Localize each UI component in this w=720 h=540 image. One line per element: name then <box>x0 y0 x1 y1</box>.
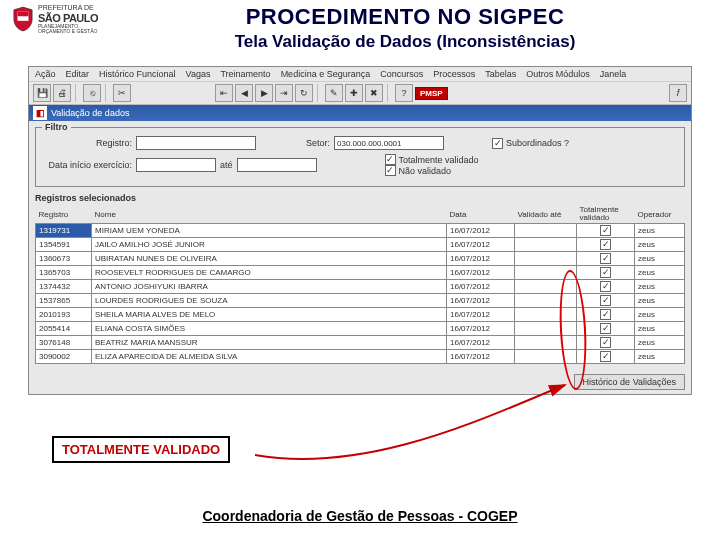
cell-data: 16/07/2012 <box>447 280 515 294</box>
cell-tot: ✓ <box>577 308 635 322</box>
cell-data: 16/07/2012 <box>447 336 515 350</box>
footer-text: Coordenadoria de Gestão de Pessoas - COG… <box>0 508 720 524</box>
exit-icon[interactable]: ⎋ <box>83 84 101 102</box>
naovalid-label: Não validado <box>399 166 452 176</box>
historico-button[interactable]: Histórico de Validações <box>574 374 685 390</box>
table-row[interactable]: 1365703ROOSEVELT RODRIGUES DE CAMARGO16/… <box>36 266 685 280</box>
cell-registro: 1360673 <box>36 252 92 266</box>
table-row[interactable]: 1319731MIRIAM UEM YONEDA16/07/2012✓zeus <box>36 224 685 238</box>
cell-op: zeus <box>635 280 685 294</box>
shield-icon <box>12 6 34 32</box>
cell-data: 16/07/2012 <box>447 252 515 266</box>
table-row[interactable]: 1354591JAILO AMILHO JOSÉ JUNIOR16/07/201… <box>36 238 685 252</box>
naovalid-checkbox[interactable]: ✓ <box>385 165 396 176</box>
cell-nome: ANTONIO JOSHIYUKI IBARRA <box>92 280 447 294</box>
org-logo: PREFEITURA DE SÃO PAULO PLANEJAMENTO, OR… <box>12 4 102 35</box>
cell-registro: 1319731 <box>36 224 92 238</box>
help-icon[interactable]: ? <box>395 84 413 102</box>
cell-data: 16/07/2012 <box>447 266 515 280</box>
menu-item[interactable]: Histórico Funcional <box>99 69 176 79</box>
cell-op: zeus <box>635 350 685 364</box>
table-row[interactable]: 3076148BEATRIZ MARIA MANSSUR16/07/2012✓z… <box>36 336 685 350</box>
data-ini-label: Data início exercício: <box>42 160 132 170</box>
next-icon[interactable]: ▶ <box>255 84 273 102</box>
filtro-panel: Filtro Registro: Setor: 030.000.000.0001… <box>35 127 685 187</box>
function-icon[interactable]: f <box>669 84 687 102</box>
cut-icon[interactable]: ✂ <box>113 84 131 102</box>
totvalid-checkbox[interactable]: ✓ <box>385 154 396 165</box>
registro-label: Registro: <box>42 138 132 148</box>
app-window: Ação Editar Histórico Funcional Vagas Tr… <box>28 66 692 395</box>
cell-data: 16/07/2012 <box>447 238 515 252</box>
menu-item[interactable]: Ação <box>35 69 56 79</box>
col-registro: Registro <box>36 205 92 224</box>
cell-tot: ✓ <box>577 280 635 294</box>
cell-valate <box>515 308 577 322</box>
cell-tot: ✓ <box>577 322 635 336</box>
prev-icon[interactable]: ◀ <box>235 84 253 102</box>
first-icon[interactable]: ⇤ <box>215 84 233 102</box>
menu-item[interactable]: Editar <box>66 69 90 79</box>
ate-label: até <box>220 160 233 170</box>
table-row[interactable]: 2055414ELIANA COSTA SIMÕES16/07/2012✓zeu… <box>36 322 685 336</box>
menu-item[interactable]: Processos <box>433 69 475 79</box>
cell-tot: ✓ <box>577 294 635 308</box>
menu-bar: Ação Editar Histórico Funcional Vagas Tr… <box>29 67 691 82</box>
tool-icon[interactable]: ✚ <box>345 84 363 102</box>
table-row[interactable]: 2010193SHEILA MARIA ALVES DE MELO16/07/2… <box>36 308 685 322</box>
col-nome: Nome <box>92 205 447 224</box>
table-row[interactable]: 1537865LOURDES RODRIGUES DE SOUZA16/07/2… <box>36 294 685 308</box>
subordinados-checkbox[interactable]: ✓ <box>492 138 503 149</box>
cell-op: zeus <box>635 252 685 266</box>
cell-nome: UBIRATAN NUNES DE OLIVEIRA <box>92 252 447 266</box>
cell-registro: 3076148 <box>36 336 92 350</box>
cell-tot: ✓ <box>577 238 635 252</box>
cell-valate <box>515 322 577 336</box>
cell-nome: SHEILA MARIA ALVES DE MELO <box>92 308 447 322</box>
menu-item[interactable]: Janela <box>600 69 627 79</box>
cell-tot: ✓ <box>577 336 635 350</box>
slide-title: PROCEDIMENTO NO SIGPEC <box>102 4 708 30</box>
cell-data: 16/07/2012 <box>447 350 515 364</box>
data-fim-input[interactable] <box>237 158 317 172</box>
menu-item[interactable]: Treinamento <box>220 69 270 79</box>
cell-op: zeus <box>635 336 685 350</box>
menu-item[interactable]: Outros Módulos <box>526 69 590 79</box>
refresh-icon[interactable]: ↻ <box>295 84 313 102</box>
menu-item[interactable]: Tabelas <box>485 69 516 79</box>
slide-subtitle: Tela Validação de Dados (Inconsistências… <box>102 32 708 52</box>
cell-op: zeus <box>635 294 685 308</box>
annotation-arrow <box>250 380 590 480</box>
cell-valate <box>515 266 577 280</box>
window-icon: ◧ <box>33 106 47 120</box>
cell-registro: 1365703 <box>36 266 92 280</box>
menu-item[interactable]: Concursos <box>380 69 423 79</box>
print-icon[interactable]: 🖨 <box>53 84 71 102</box>
cell-data: 16/07/2012 <box>447 294 515 308</box>
tool-icon[interactable]: ✖ <box>365 84 383 102</box>
cell-nome: LOURDES RODRIGUES DE SOUZA <box>92 294 447 308</box>
menu-item[interactable]: Vagas <box>186 69 211 79</box>
col-valate: Validado até <box>515 205 577 224</box>
cell-registro: 1537865 <box>36 294 92 308</box>
cell-tot: ✓ <box>577 224 635 238</box>
menu-item[interactable]: Medicina e Segurança <box>281 69 371 79</box>
table-row[interactable]: 1374432ANTONIO JOSHIYUKI IBARRA16/07/201… <box>36 280 685 294</box>
table-row[interactable]: 3090002ELIZA APARECIDA DE ALMEIDA SILVA1… <box>36 350 685 364</box>
pmsp-badge: PMSP <box>415 87 448 100</box>
last-icon[interactable]: ⇥ <box>275 84 293 102</box>
data-ini-input[interactable] <box>136 158 216 172</box>
registro-input[interactable] <box>136 136 256 150</box>
col-data: Data <box>447 205 515 224</box>
subwindow-title: Validação de dados <box>51 108 129 118</box>
col-op: Operador <box>635 205 685 224</box>
save-icon[interactable]: 💾 <box>33 84 51 102</box>
cell-nome: MIRIAM UEM YONEDA <box>92 224 447 238</box>
filtro-title: Filtro <box>42 122 71 132</box>
tool-icon[interactable]: ✎ <box>325 84 343 102</box>
cell-valate <box>515 238 577 252</box>
cell-valate <box>515 294 577 308</box>
table-row[interactable]: 1360673UBIRATAN NUNES DE OLIVEIRA16/07/2… <box>36 252 685 266</box>
cell-nome: ELIZA APARECIDA DE ALMEIDA SILVA <box>92 350 447 364</box>
setor-input[interactable]: 030.000.000.0001 <box>334 136 444 150</box>
